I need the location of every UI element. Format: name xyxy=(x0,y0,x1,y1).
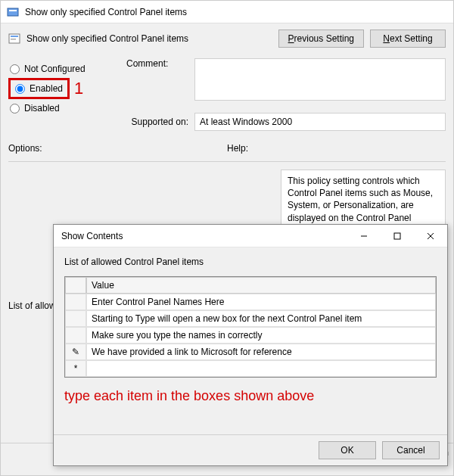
svg-rect-0 xyxy=(8,8,18,16)
table-row-new[interactable]: * xyxy=(65,360,436,377)
row-header xyxy=(65,327,86,344)
value-cell[interactable]: Starting to Type will open a new box for… xyxy=(86,310,436,327)
radio-enabled[interactable]: Enabled xyxy=(12,82,66,95)
policy-icon xyxy=(8,33,20,45)
dialog-ok-button[interactable]: OK xyxy=(319,441,376,459)
comment-input[interactable] xyxy=(194,58,446,101)
annotation-number-1: 1 xyxy=(70,79,83,98)
supported-on-label: Supported on: xyxy=(126,117,194,127)
radio-disabled-input[interactable] xyxy=(10,104,20,114)
row-header-new-icon: * xyxy=(65,360,86,377)
dialog-list-label: List of allowed Control Panel items xyxy=(54,247,447,272)
minimize-button[interactable] xyxy=(347,225,381,247)
help-heading: Help: xyxy=(227,143,446,154)
header-row: Show only specified Control Panel items … xyxy=(1,23,453,58)
dialog-titlebar: Show Contents xyxy=(54,225,447,247)
header-title: Show only specified Control Panel items xyxy=(26,33,272,44)
table-corner xyxy=(65,277,86,294)
column-header-value: Value xyxy=(86,277,436,294)
value-cell[interactable]: We have provided a link to Microsoft for… xyxy=(86,344,436,360)
dialog-footer: OK Cancel xyxy=(54,434,447,465)
radio-disabled[interactable]: Disabled xyxy=(8,99,122,117)
table-row[interactable]: Starting to Type will open a new box for… xyxy=(65,310,436,327)
dialog-cancel-button[interactable]: Cancel xyxy=(382,441,440,459)
value-cell[interactable]: Enter Control Panel Names Here xyxy=(86,294,436,310)
row-header xyxy=(65,294,86,310)
app-icon xyxy=(7,6,19,18)
radio-enabled-label: Enabled xyxy=(30,83,63,94)
options-heading: Options: xyxy=(8,143,227,154)
window-title: Show only specified Control Panel items xyxy=(25,7,187,17)
row-header xyxy=(65,310,86,327)
radio-not-configured[interactable]: Not Configured xyxy=(8,60,122,78)
table-row[interactable]: ✎ We have provided a link to Microsoft f… xyxy=(65,344,436,360)
state-radio-group: Not Configured Enabled 1 Disabled xyxy=(8,58,122,131)
maximize-button[interactable] xyxy=(381,225,414,247)
svg-rect-1 xyxy=(9,10,17,11)
svg-rect-4 xyxy=(11,39,16,40)
supported-on-value: At least Windows 2000 xyxy=(194,113,446,131)
titlebar: Show only specified Control Panel items xyxy=(1,1,453,23)
show-contents-dialog: Show Contents List of allowed Control Pa… xyxy=(53,224,448,466)
previous-setting-button[interactable]: Previous Setting xyxy=(278,30,364,48)
dialog-title: Show Contents xyxy=(61,231,347,241)
divider xyxy=(8,161,446,162)
svg-rect-3 xyxy=(11,36,18,37)
row-header-edit-icon: ✎ xyxy=(65,344,86,360)
annotation-dialog-hint: type each item in the boxes shown above xyxy=(54,382,447,404)
radio-not-configured-label: Not Configured xyxy=(24,64,86,74)
annotation-highlight-1: Enabled xyxy=(8,78,70,99)
radio-enabled-input[interactable] xyxy=(15,84,25,94)
radio-disabled-label: Disabled xyxy=(24,103,60,114)
value-cell[interactable]: Make sure you type the names in correctl… xyxy=(86,327,436,344)
value-cell-empty[interactable] xyxy=(86,360,436,377)
close-button[interactable] xyxy=(414,225,447,247)
radio-not-configured-input[interactable] xyxy=(10,64,20,74)
svg-rect-6 xyxy=(394,233,400,239)
next-setting-button[interactable]: Next Setting xyxy=(370,30,446,48)
values-table[interactable]: Value Enter Control Panel Names Here Sta… xyxy=(64,276,437,378)
comment-label: Comment: xyxy=(126,58,194,69)
table-row[interactable]: Make sure you type the names in correctl… xyxy=(65,327,436,344)
table-row[interactable]: Enter Control Panel Names Here xyxy=(65,294,436,310)
